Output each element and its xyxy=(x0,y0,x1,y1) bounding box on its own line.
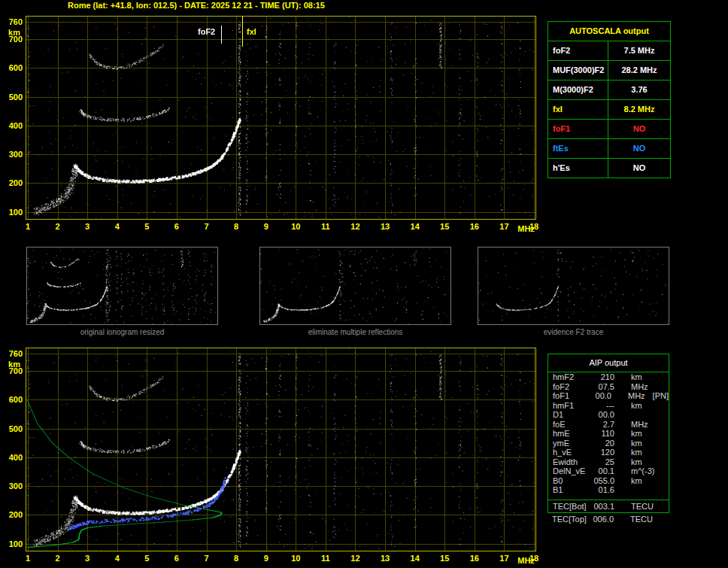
aip-val: 00.0 xyxy=(592,410,614,420)
fxI-marker-label: fxI xyxy=(247,27,256,36)
axis-tick-label: 7 xyxy=(204,554,208,563)
axis-tick-label: 15 xyxy=(440,222,449,231)
aip-val: 006.0 xyxy=(591,515,614,525)
axis-tick-label: 200 xyxy=(9,178,23,187)
aip-row-hmE: hmE110km xyxy=(548,429,669,439)
axis-tick-label: 5 xyxy=(144,222,149,231)
autoscala-row-ftEs: ftEsNO xyxy=(548,139,670,159)
aip-unit: MHz xyxy=(631,382,648,392)
axis-tick-label: 9 xyxy=(264,222,268,231)
axis-tick-label: 3 xyxy=(85,554,89,563)
foF2-marker-label: foF2 xyxy=(198,27,215,36)
axis-tick-label: 12 xyxy=(350,554,359,563)
autoscala-row-foF1: foF1NO xyxy=(548,120,670,139)
axis-tick-label: 2 xyxy=(56,222,60,231)
axis-tick-label: 7 xyxy=(204,222,208,231)
aip-name: ymE xyxy=(553,439,592,448)
axis-tick-label: 10 xyxy=(291,222,300,231)
aip-row-TEC[Top]: TEC[Top]006.0TECU xyxy=(548,513,669,525)
axis-tick-label: 400 xyxy=(9,121,23,130)
thumbnail-multiple-reflections-removed xyxy=(259,247,451,325)
aip-row-Ewidth: Ewidth25km xyxy=(548,457,669,467)
aip-val: 01.6 xyxy=(592,485,614,495)
thumbnail-caption-dereflected: eliminate multiple reflections xyxy=(259,328,451,336)
axis-tick-label: 8 xyxy=(234,222,238,231)
autoscala-row-fxI: fxI8.2 MHz xyxy=(548,100,670,120)
aip-val: 00.0 xyxy=(590,391,611,401)
axis-tick-label: 2 xyxy=(56,554,60,563)
axis-tick-label: 500 xyxy=(9,424,23,433)
axis-tick-label: 17 xyxy=(499,222,508,231)
axis-tick-label: 13 xyxy=(381,554,390,563)
aip-row-B1: B101.6 xyxy=(548,485,669,495)
axis-tick-label: 16 xyxy=(470,222,479,231)
aip-unit: km xyxy=(631,372,642,382)
autoscala-table-body: foF27.5 MHzMUF(3000)F228.2 MHzM(3000)F23… xyxy=(548,41,670,178)
axis-tick-label: 760 xyxy=(9,349,23,358)
autoscala-param-value: 7.5 MHz xyxy=(608,41,670,60)
axis-tick-label: 4 xyxy=(115,222,120,231)
aip-name: B1 xyxy=(553,485,592,495)
autoscala-output-table: AUTOSCALA output foF27.5 MHzMUF(3000)F22… xyxy=(548,21,671,178)
axis-tick-label: 3 xyxy=(85,222,89,231)
aip-row-foF2: foF207.5MHz xyxy=(548,382,669,392)
aip-unit: km xyxy=(631,457,642,467)
axis-tick-label: 6 xyxy=(174,554,179,563)
axis-tick-label: 9 xyxy=(264,554,268,563)
axis-unit-label: MHz xyxy=(517,224,535,233)
axis-tick-label: 12 xyxy=(350,222,359,231)
aip-unit: km xyxy=(631,448,642,457)
autoscala-param-label: h'Es xyxy=(548,159,608,178)
aip-row-TEC[Bot]: TEC[Bot]003.1TECU xyxy=(548,502,669,512)
aip-unit: TECU xyxy=(631,502,654,512)
aip-name: Ewidth xyxy=(553,457,592,467)
autoscala-param-label: M(3000)F2 xyxy=(548,80,608,99)
aip-table-header: AIP output xyxy=(548,354,669,372)
axis-tick-label: 300 xyxy=(9,481,23,491)
axis-tick-label: 16 xyxy=(470,554,479,563)
axis-tick-label: 14 xyxy=(411,222,420,231)
aip-name: B0 xyxy=(553,476,592,486)
axis-tick-label: 14 xyxy=(411,554,420,563)
aip-name: hmF2 xyxy=(553,372,592,382)
aip-extra: [PN] xyxy=(653,391,669,401)
aip-name: foE xyxy=(553,420,592,430)
aip-val: 055.0 xyxy=(592,476,614,486)
aip-table-box: AIP output hmF2210kmfoF207.5MHzfoF100.0M… xyxy=(548,354,669,513)
axis-tick-label: 100 xyxy=(9,539,23,548)
autoscala-row-M(3000)F2: M(3000)F23.76 xyxy=(548,80,670,100)
aip-row-hmF1: hmF1---km xyxy=(548,401,669,411)
aip-unit: m^(-3) xyxy=(631,466,654,476)
aip-name: TEC[Top] xyxy=(552,515,591,525)
aip-unit: km xyxy=(631,439,642,448)
axis-tick-label: 5 xyxy=(144,554,149,563)
autoscala-window: Rome (lat: +41.8, lon: 012.5) - DATE: 20… xyxy=(0,0,728,568)
axis-tick-label: 1 xyxy=(26,554,30,563)
axis-tick-label: 4 xyxy=(115,554,120,563)
aip-val: 07.5 xyxy=(592,382,614,392)
aip-row-D1: D100.0 xyxy=(548,410,669,420)
aip-row-ymE: ymE20km xyxy=(548,439,669,448)
aip-table-body: hmF2210kmfoF207.5MHzfoF100.0MHz[PN]hmF1-… xyxy=(548,372,669,495)
aip-val: 210 xyxy=(592,372,614,382)
aip-name: foF1 xyxy=(553,391,590,401)
axis-tick-label: 11 xyxy=(321,554,330,563)
aip-val: 003.1 xyxy=(592,502,614,512)
thumbnail-dereflected-canvas xyxy=(260,248,450,324)
thumbnail-f2trace-canvas xyxy=(478,248,669,324)
axis-tick-label: 8 xyxy=(234,554,238,563)
axis-tick-label: 500 xyxy=(9,93,23,102)
aip-row-foE: foE2.7MHz xyxy=(548,420,669,430)
aip-output-table: AIP output hmF2210kmfoF207.5MHzfoF100.0M… xyxy=(548,354,669,525)
autoscala-param-label: foF1 xyxy=(548,120,608,138)
aip-val: 25 xyxy=(592,457,614,467)
autoscala-param-value: 28.2 MHz xyxy=(608,61,670,80)
autoscala-param-value: NO xyxy=(608,120,670,138)
aip-unit: km xyxy=(631,401,642,411)
autoscala-row-foF2: foF27.5 MHz xyxy=(548,41,670,61)
aip-val: 110 xyxy=(592,429,614,439)
axis-tick-label: 600 xyxy=(9,63,23,72)
ionogram-bottom: 1234567891011121314151617187607006005004… xyxy=(26,348,536,551)
thumbnail-f2-trace-evidence xyxy=(478,247,669,325)
autoscala-table-header: AUTOSCALA output xyxy=(548,22,670,41)
